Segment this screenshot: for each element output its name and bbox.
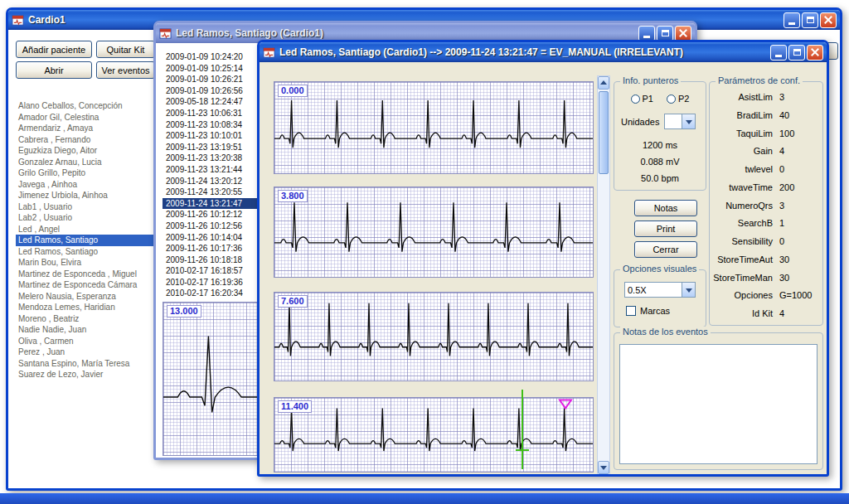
zoom-dropdown[interactable]: 0.5X [624,282,696,298]
patient-list-item[interactable]: Led Ramos, Santiago [16,235,161,246]
parameter-value: 200 [779,182,817,192]
patient-list-item[interactable]: Martinez de Esponceda Cámara [16,279,161,291]
group-title: Notas de los eventos [620,327,711,337]
maximize-button[interactable] [657,26,673,41]
print-button[interactable]: Print [634,220,697,237]
parameter-row: Id Kit 4 [713,308,817,318]
ecg-strip-2[interactable]: 3.800 [274,187,594,278]
measure-cursor-tick [516,449,529,451]
strip-time-label: 0.000 [278,85,308,97]
patient-list-item[interactable]: Led Ramos, Santiago [16,246,161,258]
parameter-row: BradiLim 40 [713,110,817,120]
patient-list-item[interactable]: Javega , Ainhoa [16,179,161,191]
parameter-value: 3 [779,92,817,102]
parameter-value: 4 [779,146,817,156]
patient-list-item[interactable]: Nadie Nadie, Juan [16,324,161,336]
patient-list-item[interactable]: Mendoza Lemes, Haridian [16,302,161,313]
patient-list-item[interactable]: Melero Nausia, Esperanza [16,291,161,303]
close-viewer-button[interactable]: Cerrar [634,241,697,258]
close-icon [823,15,833,25]
delta-time-value: 1200 ms [614,140,706,150]
ecg-waveform [274,187,593,277]
minimize-icon [788,22,795,25]
maximize-icon [793,49,801,56]
scroll-up-button[interactable] [598,76,609,90]
window-title: Led Ramos, Santiago (Cardio1) --> 2009-1… [279,46,766,58]
patient-list-item[interactable]: Armendariz , Amaya [16,123,161,134]
p2-radio-option[interactable]: P2 [667,94,689,104]
open-button[interactable]: Abrir [16,61,92,79]
p2-radio-label: P2 [678,94,689,104]
event-notes-textarea[interactable] [619,344,817,464]
patient-list-item[interactable]: Jimenez Urbiola, Ainhoa [16,190,161,201]
patient-list-item[interactable]: Martinez de Esponceda , Miguel [16,269,161,280]
viewer-titlebar[interactable]: Led Ramos, Santiago (Cardio1) --> 2009-1… [260,42,827,62]
bottom-bar [0,493,849,504]
minimize-button[interactable] [638,26,655,41]
radio-icon[interactable] [667,94,676,104]
marks-checkbox-label: Marcas [640,306,670,316]
parameter-label: twlevel [713,164,773,174]
close-button[interactable] [675,26,691,41]
notes-button[interactable]: Notas [634,200,697,216]
view-events-button[interactable]: Ver eventos [96,61,155,79]
ecg-strip-1[interactable]: 0.000 [274,81,594,174]
patient-list-item[interactable]: Perez , Juan [16,346,161,358]
ecg-scrollbar[interactable] [597,75,610,475]
strip-time-label: 3.800 [278,190,308,202]
patient-list: Alano Ceballos, ConcepciónAmador Gil, Ce… [16,100,161,386]
patient-list-item[interactable]: Gonzalez Arnau, Lucia [16,157,161,168]
radio-icon[interactable] [631,94,640,104]
app-icon [263,46,275,59]
minimize-button[interactable] [784,12,800,28]
parameter-value: 100 [779,128,817,138]
parameter-label: StoreTimeMan [713,273,773,283]
minimize-button[interactable] [770,45,787,61]
minimize-icon [643,36,650,38]
parameter-value: 3 [779,201,817,211]
add-patient-button[interactable]: Añadir paciente [16,41,92,58]
maximize-icon [807,17,814,23]
patient-list-item[interactable]: Santana Espino, María Teresa [16,358,161,370]
patient-list-item[interactable]: Cabrera , Fernando [16,134,161,146]
ecg-strip-3[interactable]: 7.600 [274,292,594,381]
close-button[interactable] [807,45,823,61]
parameter-value: 4 [779,308,817,318]
chevron-down-icon[interactable] [682,283,695,297]
app-icon [12,14,24,27]
event-viewer-window: Led Ramos, Santiago (Cardio1) --> 2009-1… [257,40,829,477]
patient-list-item[interactable]: Moreno , Beatriz [16,313,161,325]
chevron-down-icon[interactable] [682,114,695,128]
patient-list-item[interactable]: Led , Angel [16,224,161,235]
patient-list-item[interactable]: Suarez de Lezo, Javier [16,369,161,380]
maximize-button[interactable] [802,12,818,28]
scroll-down-button[interactable] [598,461,609,474]
patient-list-item[interactable]: Grilo Grillo, Pepito [16,167,161,179]
parameter-label: Opciones [713,290,773,300]
ecg-strip-4[interactable]: 11.400 [274,397,594,472]
units-label: Unidades [621,117,659,127]
patient-list-item[interactable]: Oliva , Carmen [16,336,161,347]
patient-list-item[interactable]: Eguzkiza Diego, Aitor [16,145,161,157]
ecg-waveform [274,398,593,472]
remove-kit-button[interactable]: Quitar Kit [96,41,155,58]
p1-radio-option[interactable]: P1 [631,94,653,104]
patient-list-item[interactable]: Alano Ceballos, Concepción [16,100,161,112]
marks-checkbox[interactable] [626,306,636,316]
parameter-value: 30 [779,254,817,264]
patient-list-item[interactable]: Marin Bou, Elvira [16,257,161,269]
close-button[interactable] [820,12,837,28]
event-marker-icon [558,399,573,410]
scrollbar-thumb[interactable] [599,91,609,174]
patient-list-item[interactable]: Lab2 , Usuario [16,212,161,224]
measure-cursor[interactable] [522,390,523,469]
patient-list-item[interactable]: Lab1 , Usuario [16,201,161,213]
parameter-row: twlevel 0 [713,164,817,174]
parameter-label: Sensibility [713,236,773,246]
ecg-waveform [274,82,593,173]
maximize-button[interactable] [788,45,805,61]
patient-list-item[interactable]: Amador Gil, Celestina [16,112,161,124]
parameter-label: BradiLim [713,110,773,120]
units-dropdown[interactable] [664,114,696,129]
group-title: Parámetros de conf. [716,75,803,85]
